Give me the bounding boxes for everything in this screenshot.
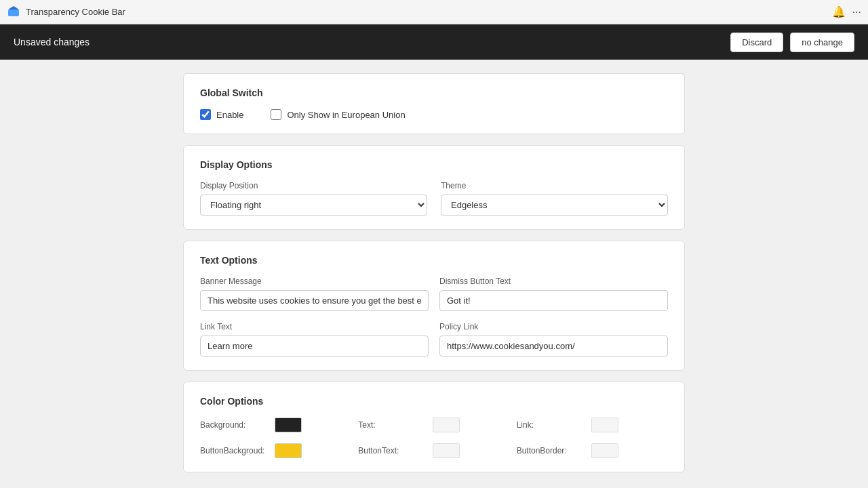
- theme-select[interactable]: Edgeless Classic Modern: [441, 195, 668, 216]
- titlebar-title: Transparency Cookie Bar: [26, 7, 125, 17]
- enable-label: Enable: [216, 110, 243, 120]
- eu-label: Only Show in European Union: [287, 110, 405, 120]
- button-text-color-item: ButtonText:: [358, 443, 509, 458]
- policy-input[interactable]: [439, 336, 668, 357]
- button-text-label: ButtonText:: [358, 446, 426, 455]
- linktext-field-group: Link Text: [200, 322, 429, 357]
- position-label: Display Position: [200, 181, 427, 190]
- position-select[interactable]: Floating right Floating left Bottom bar …: [200, 195, 427, 216]
- text-color-item: Text:: [358, 418, 509, 432]
- button-border-swatch[interactable]: [591, 443, 618, 458]
- banner-input[interactable]: [200, 290, 429, 311]
- dismiss-input[interactable]: [439, 290, 668, 311]
- unsaved-bar: Unsaved changes Discard no change: [0, 24, 868, 60]
- dismiss-field-group: Dismiss Button Text: [439, 277, 668, 311]
- color-options-grid: Background: Text: Link: ButtonBackgroud:…: [200, 418, 668, 458]
- display-options-title: Display Options: [200, 159, 668, 170]
- theme-field-group: Theme Edgeless Classic Modern: [441, 181, 668, 216]
- titlebar-left: Transparency Cookie Bar: [7, 5, 125, 19]
- discard-button[interactable]: Discard: [730, 33, 783, 52]
- button-text-swatch[interactable]: [433, 443, 460, 458]
- bell-icon[interactable]: 🔔: [832, 5, 846, 18]
- background-color-label: Background:: [200, 420, 268, 430]
- svg-marker-1: [8, 6, 19, 9]
- banner-field-group: Banner Message: [200, 277, 429, 311]
- text-options-title: Text Options: [200, 255, 668, 266]
- button-border-color-item: ButtonBorder:: [517, 443, 668, 458]
- text-options-card: Text Options Banner Message Dismiss Butt…: [183, 241, 685, 371]
- display-options-card: Display Options Display Position Floatin…: [183, 145, 685, 230]
- more-icon[interactable]: ···: [852, 6, 861, 18]
- theme-label: Theme: [441, 181, 668, 190]
- linktext-input[interactable]: [200, 336, 429, 357]
- display-options-grid: Display Position Floating right Floating…: [200, 181, 668, 216]
- linktext-label: Link Text: [200, 322, 429, 331]
- button-border-label: ButtonBorder:: [517, 446, 585, 455]
- link-color-label: Link:: [517, 420, 585, 430]
- text-color-swatch[interactable]: [433, 418, 460, 432]
- nochange-button[interactable]: no change: [790, 33, 854, 52]
- link-color-item: Link:: [517, 418, 668, 432]
- titlebar-right: 🔔 ···: [832, 5, 861, 18]
- unsaved-message: Unsaved changes: [14, 37, 90, 47]
- color-options-title: Color Options: [200, 396, 668, 407]
- button-bg-label: ButtonBackgroud:: [200, 446, 268, 455]
- eu-checkbox[interactable]: [271, 109, 281, 120]
- color-options-card: Color Options Background: Text: Link: Bu…: [183, 382, 685, 472]
- background-color-item: Background:: [200, 418, 351, 432]
- global-switch-card: Global Switch Enable Only Show in Europe…: [183, 73, 685, 134]
- main-content: Global Switch Enable Only Show in Europe…: [170, 60, 698, 486]
- dismiss-label: Dismiss Button Text: [439, 277, 668, 286]
- enable-checkbox[interactable]: [200, 109, 211, 120]
- unsaved-actions: Discard no change: [730, 33, 854, 52]
- global-switch-title: Global Switch: [200, 87, 668, 98]
- enable-checkbox-item: Enable: [200, 109, 243, 120]
- background-color-swatch[interactable]: [275, 418, 302, 432]
- link-color-swatch[interactable]: [591, 418, 618, 432]
- button-bg-color-item: ButtonBackgroud:: [200, 443, 351, 458]
- policy-field-group: Policy Link: [439, 322, 668, 357]
- switch-row: Enable Only Show in European Union: [200, 109, 668, 120]
- eu-checkbox-item: Only Show in European Union: [271, 109, 405, 120]
- titlebar: Transparency Cookie Bar 🔔 ···: [0, 0, 868, 24]
- button-bg-swatch[interactable]: [275, 443, 302, 458]
- app-icon: [7, 5, 20, 19]
- banner-label: Banner Message: [200, 277, 429, 286]
- policy-label: Policy Link: [439, 322, 668, 331]
- text-options-grid: Banner Message Dismiss Button Text Link …: [200, 277, 668, 357]
- svg-rect-0: [8, 9, 19, 16]
- position-field-group: Display Position Floating right Floating…: [200, 181, 427, 216]
- text-color-label: Text:: [358, 420, 426, 430]
